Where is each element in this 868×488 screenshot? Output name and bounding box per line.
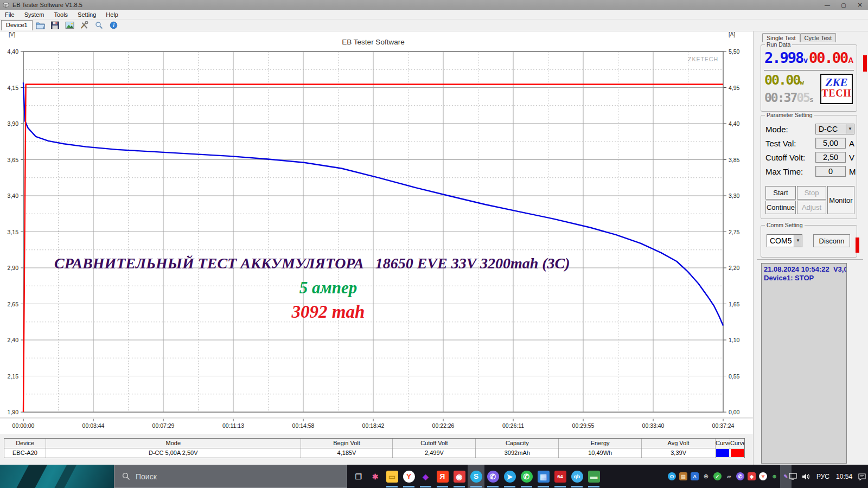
open-app-indicator bbox=[538, 486, 549, 487]
taskbar-app-sber-app[interactable]: S bbox=[468, 465, 484, 488]
adjust-button[interactable]: Adjust bbox=[797, 201, 826, 214]
max-time-unit: M bbox=[849, 167, 856, 176]
com-port-select[interactable]: COM5 ▼ bbox=[767, 234, 802, 247]
taskbar-search[interactable]: Поиск bbox=[114, 465, 347, 488]
menu-file[interactable]: File bbox=[0, 10, 20, 19]
open-app-indicator bbox=[437, 486, 448, 487]
taskbar-app-letter-a-app[interactable]: A bbox=[689, 465, 700, 488]
cell-cutoff-volt: 2,499V bbox=[393, 448, 476, 458]
com-port-arrow-icon[interactable]: ▼ bbox=[794, 235, 802, 247]
taskbar-app-browser-o[interactable]: O bbox=[666, 465, 678, 488]
power-unit: w bbox=[800, 78, 804, 86]
chart-area: 4,405,5000:00:004,154,9500:03:443,904,40… bbox=[0, 31, 753, 434]
yandex-browser-icon: Y bbox=[403, 471, 415, 483]
table-row[interactable]: EBC-A20 D-CC 5,00A 2,50V 4,185V 2,499V 3… bbox=[4, 448, 744, 458]
taskbar-app-red-app[interactable]: ◉ bbox=[451, 465, 468, 488]
open-folder-button[interactable] bbox=[34, 20, 47, 31]
mode-dropdown[interactable]: D-CC ▼ bbox=[815, 124, 854, 134]
start-button[interactable]: Start bbox=[765, 186, 796, 200]
col-device: Device bbox=[4, 439, 46, 448]
taskbar-app-money-app[interactable]: ⊕ bbox=[769, 465, 780, 488]
comm-status-red bbox=[856, 237, 859, 253]
app-icon bbox=[2, 2, 10, 8]
save-button[interactable] bbox=[49, 20, 62, 31]
red-badge-app-icon: ◈ bbox=[748, 472, 756, 480]
taskbar-app-viber[interactable]: ✆ bbox=[484, 465, 501, 488]
log-line-status: Device1: STOP bbox=[764, 274, 844, 282]
browser-o-icon: O bbox=[668, 472, 676, 480]
taskbar-app-yandex-browser[interactable]: Y bbox=[400, 465, 417, 488]
log-box: 21.08.2024 10:54:22 V3,02 Device1: STOP bbox=[761, 263, 847, 464]
taskbar-app-chat-app[interactable]: ▱ bbox=[723, 465, 735, 488]
system-tray: РУС 10:54 bbox=[787, 465, 868, 488]
taskbar-app-gem-app[interactable]: ◆ bbox=[417, 465, 434, 488]
volume-icon[interactable] bbox=[802, 473, 811, 480]
taskbar-app-viber-2[interactable]: ✆ bbox=[735, 465, 746, 488]
parameter-setting-label: Parameter Setting bbox=[765, 112, 814, 118]
taskbar-app-task-view[interactable]: ❐ bbox=[350, 465, 367, 488]
red-app-icon: ◉ bbox=[454, 471, 465, 483]
maximize-button[interactable]: ▢ bbox=[835, 0, 852, 10]
taskbar-app-yandex-2[interactable]: Y bbox=[757, 465, 769, 488]
menu-help[interactable]: Help bbox=[101, 10, 123, 19]
zke-tech-logo: ZKE TECH bbox=[820, 74, 853, 104]
export-image-button[interactable] bbox=[63, 20, 76, 31]
tab-cycle-test[interactable]: Cycle Test bbox=[800, 33, 837, 42]
menu-setting[interactable]: Setting bbox=[73, 10, 101, 19]
image-icon bbox=[65, 21, 74, 29]
minimize-button[interactable]: — bbox=[819, 0, 835, 10]
language-indicator[interactable]: РУС bbox=[816, 473, 829, 480]
tab-single-test[interactable]: Single Test bbox=[762, 33, 800, 42]
satellite-app-icon: ✇ bbox=[702, 472, 710, 480]
notification-icon[interactable] bbox=[858, 473, 866, 480]
network-icon[interactable] bbox=[789, 473, 797, 480]
taskbar-app-satellite-app[interactable]: ✇ bbox=[700, 465, 712, 488]
taskbar-app-wallet-app[interactable]: ▤ bbox=[678, 465, 689, 488]
control-panel: Single Test Cycle Test Run Data 2.998 v … bbox=[753, 31, 868, 465]
test-val-input[interactable]: 5,00 bbox=[815, 138, 846, 149]
menu-tools[interactable]: Tools bbox=[49, 10, 73, 19]
cell-avg-volt: 3,39V bbox=[642, 448, 716, 458]
svg-text:[A]: [A] bbox=[729, 31, 735, 37]
max-time-input[interactable]: 0 bbox=[815, 166, 846, 177]
info-button[interactable]: i bbox=[107, 20, 120, 31]
clock[interactable]: 10:54 bbox=[836, 473, 852, 480]
max-time-label: Max Time: bbox=[765, 167, 803, 176]
taskbar-app-whatsapp[interactable]: ✆ bbox=[518, 465, 535, 488]
svg-text:00:14:58: 00:14:58 bbox=[292, 422, 315, 429]
taskbar-app-file-explorer[interactable]: ▭ bbox=[384, 465, 400, 488]
taskbar-app-photos-app[interactable]: ▦ bbox=[535, 465, 552, 488]
panel-divider bbox=[757, 259, 863, 260]
svg-text:00:33:40: 00:33:40 bbox=[642, 422, 665, 429]
cutoff-volt-input[interactable]: 2,50 bbox=[815, 152, 846, 163]
zoom-button[interactable] bbox=[93, 20, 106, 31]
cell-energy: 10,49Wh bbox=[559, 448, 642, 458]
svg-text:00:26:11: 00:26:11 bbox=[502, 422, 524, 429]
device-tab[interactable]: Device1 bbox=[1, 20, 33, 30]
close-button[interactable]: ✕ bbox=[852, 0, 868, 10]
stop-button[interactable]: Stop bbox=[797, 186, 826, 200]
disconnect-button[interactable]: Disconn bbox=[813, 234, 850, 247]
app-64-icon: 64 bbox=[554, 471, 566, 483]
taskbar-app-qbittorrent[interactable]: qb bbox=[569, 465, 585, 488]
taskbar-app-app-64[interactable]: 64 bbox=[552, 465, 569, 488]
svg-text:5,50: 5,50 bbox=[729, 48, 740, 55]
taskbar-app-yandex-app[interactable]: Я bbox=[434, 465, 451, 488]
gem-app-icon: ◆ bbox=[420, 471, 432, 483]
taskbar-app-red-badge-app[interactable]: ◈ bbox=[746, 465, 757, 488]
taskbar-app-telegram[interactable]: ➤ bbox=[501, 465, 518, 488]
parameter-setting-group: Parameter Setting Mode: D-CC ▼ Test Val:… bbox=[761, 115, 857, 219]
mode-dropdown-arrow-icon[interactable]: ▼ bbox=[846, 124, 854, 134]
svg-text:ZKETECH: ZKETECH bbox=[688, 56, 718, 62]
money-app-icon: ⊕ bbox=[770, 472, 778, 480]
taskbar-app-green-check-app[interactable]: ✓ bbox=[712, 465, 723, 488]
settings-tools-button[interactable] bbox=[78, 20, 91, 31]
continue-button[interactable]: Continue bbox=[765, 201, 796, 214]
svg-text:00:00:00: 00:00:00 bbox=[12, 422, 35, 429]
search-icon bbox=[122, 472, 130, 480]
taskbar-app-bank-card-app[interactable]: ▬ bbox=[585, 465, 602, 488]
taskbar-app-paint-app[interactable]: ✱ bbox=[367, 465, 384, 488]
time-display: 00:3705s bbox=[764, 91, 814, 105]
menu-system[interactable]: System bbox=[20, 10, 49, 19]
monitor-button[interactable]: Monitor bbox=[827, 186, 854, 214]
